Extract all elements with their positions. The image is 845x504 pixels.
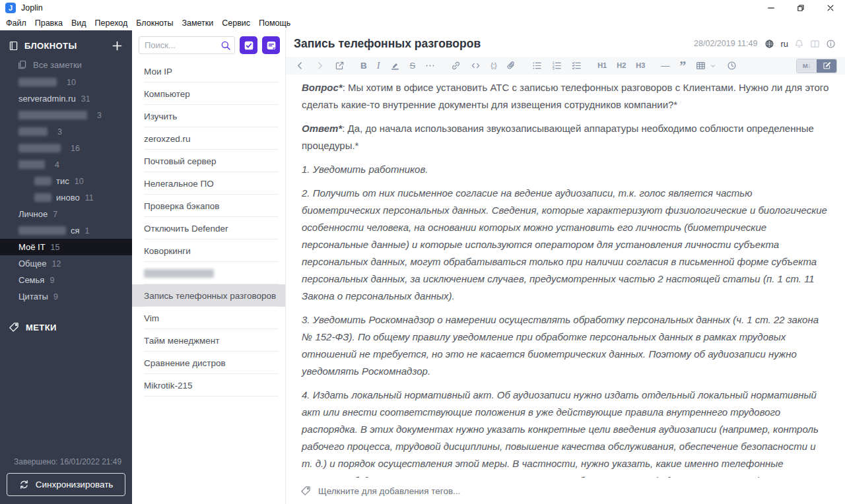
menu-item-вид[interactable]: Вид [71, 18, 86, 28]
alarm-bell-icon[interactable] [794, 39, 804, 49]
note-properties-icon[interactable] [826, 39, 836, 49]
markdown-view-button[interactable]: M↓ [797, 59, 817, 73]
heading-3-button[interactable]: H3 [636, 62, 645, 69]
more-button[interactable] [425, 61, 435, 71]
redacted-notebook-label [18, 127, 48, 136]
note-body[interactable]: Вопрос*: Мы хотим в офисе установить АТС… [286, 75, 845, 478]
table-button[interactable] [696, 61, 706, 71]
restore-button[interactable] [786, 0, 815, 16]
add-tag-icon [300, 486, 311, 496]
close-button[interactable] [815, 0, 845, 16]
note-list-item[interactable]: Проверка бэкапов [132, 195, 285, 217]
sidebar-notebook-item[interactable]: тис10 [0, 173, 132, 189]
menu-item-файл[interactable]: Файл [6, 18, 26, 28]
bulleted-list-button[interactable] [532, 61, 542, 71]
note-list-item[interactable]: Компьютер [132, 82, 285, 105]
menu-item-помощь[interactable]: Помощь [259, 18, 290, 28]
sidebar-notebook-item[interactable]: 4 [0, 156, 132, 173]
back-button[interactable] [295, 61, 305, 71]
horizontal-rule-button[interactable]: — [661, 61, 669, 70]
note-list-item[interactable]: Сравнение дистров [132, 352, 285, 374]
note-list-item[interactable]: Mikrotik-215 [132, 374, 285, 396]
sidebar-item-all-notes[interactable]: Все заметки [0, 57, 132, 74]
table-caret-button[interactable] [709, 62, 717, 70]
note-list-item[interactable]: Коворкинги [132, 239, 285, 262]
new-todo-button[interactable] [240, 36, 257, 54]
sidebar-notebook-item[interactable]: иново11 [0, 189, 132, 206]
italic-button[interactable]: I [377, 61, 380, 71]
note-list-item[interactable]: Отключить Defender [132, 217, 285, 239]
check-list-button[interactable] [572, 61, 582, 71]
sidebar-notebook-item[interactable]: 10 [0, 74, 132, 90]
table-icon [696, 61, 706, 71]
clock-icon [727, 61, 737, 71]
sidebar-notebook-item[interactable]: Общее12 [0, 255, 132, 272]
new-notebook-button[interactable] [112, 40, 123, 51]
menu-item-заметки[interactable]: Заметки [182, 18, 213, 28]
tag-hint: Щелкните для добавления тегов... [318, 486, 460, 496]
forward-button[interactable] [315, 61, 325, 71]
richtext-view-button[interactable] [817, 59, 836, 73]
heading-1-button[interactable]: H1 [597, 62, 607, 69]
joplin-logo-icon: J [5, 3, 16, 13]
window-title: Joplin [21, 3, 43, 13]
sidebar-notebook-item[interactable]: Моё IT15 [0, 239, 132, 255]
notebook-count: 15 [51, 243, 60, 252]
sidebar-notebook-item[interactable]: ся1 [0, 222, 132, 239]
note-list-item[interactable]: Почтовый сервер [132, 150, 285, 172]
note-list-item[interactable]: zeroxzed.ru [132, 127, 285, 150]
sidebar-notebook-item[interactable]: 3 [0, 123, 132, 140]
new-note-button[interactable] [262, 36, 280, 54]
notebook-count: 7 [53, 210, 57, 219]
note-item-title: Нелегальное ПО [144, 179, 214, 189]
hyperlink-button[interactable] [451, 61, 461, 71]
external-link-button[interactable] [335, 61, 345, 71]
strikethrough-button[interactable]: S [410, 61, 416, 70]
sidebar-notebook-item[interactable]: 3 [0, 107, 132, 123]
menu-item-переход[interactable]: Переход [95, 18, 128, 28]
minimize-button[interactable] [756, 0, 786, 16]
menu-item-правка[interactable]: Правка [35, 18, 63, 28]
toolbar-groups: BIS{;}123H1H2H3—” [295, 61, 753, 71]
note-item-title: Компьютер [144, 89, 190, 99]
notebook-label: Семья [18, 275, 44, 285]
note-list-item[interactable]: Тайм менеджмент [132, 329, 285, 352]
note-list-item[interactable]: Vim [132, 307, 285, 329]
table-caret-icon [709, 62, 717, 70]
bold-button[interactable]: B [360, 61, 367, 71]
note-title[interactable]: Запись телефонных разговоров [294, 37, 481, 51]
menu-item-сервис[interactable]: Сервис [222, 18, 250, 28]
layout-split-icon[interactable] [810, 39, 820, 49]
bulleted-list-icon [532, 61, 542, 71]
sidebar-notebook-item[interactable]: serveradmin.ru31 [0, 90, 132, 107]
sidebar-notebook-item[interactable]: Семья9 [0, 272, 132, 288]
attach-file-button[interactable] [506, 61, 516, 71]
sidebar-notebook-item[interactable]: 16 [0, 140, 132, 156]
highlight-button[interactable] [390, 61, 400, 71]
inline-code-button[interactable] [471, 61, 481, 71]
tag-bar[interactable]: Щелкните для добавления тегов... [286, 478, 845, 504]
menu-bar: ФайлПравкаВидПереходБлокнотыЗаметкиСерви… [0, 16, 845, 30]
code-block-button[interactable]: {;} [490, 62, 496, 69]
note-list-item[interactable] [132, 262, 285, 284]
note-list-item[interactable]: Запись телефонных разговоров [132, 284, 285, 307]
sidebar-notebook-item[interactable]: Личное7 [0, 206, 132, 222]
heading-2-button[interactable]: H2 [617, 62, 626, 69]
note-list-item[interactable]: Нелегальное ПО [132, 172, 285, 195]
notebook-label: Личное [18, 209, 48, 219]
spellcheck-locale[interactable]: ru [780, 39, 788, 49]
redacted-notebook-label [34, 193, 51, 202]
spellcheck-globe-icon[interactable] [764, 39, 774, 49]
numbered-list-button[interactable]: 123 [552, 61, 562, 71]
notebook-icon [9, 41, 18, 51]
synchronize-button[interactable]: Синхронизировать [7, 473, 125, 496]
sidebar-notebook-item[interactable]: Цитаты9 [0, 288, 132, 305]
clock-button[interactable] [727, 61, 737, 71]
toolbar-group: BIS [360, 61, 435, 71]
note-list-item[interactable]: Мои IP [132, 60, 285, 82]
menu-item-блокноты[interactable]: Блокноты [136, 18, 173, 28]
note-list-item[interactable]: Изучить [132, 105, 285, 127]
note-paragraph: Вопрос*: Мы хотим в офисе установить АТС… [302, 79, 829, 113]
note-paragraph: 2. Получить от них письменное согласие н… [302, 185, 829, 305]
quote-button[interactable]: ” [679, 62, 686, 70]
